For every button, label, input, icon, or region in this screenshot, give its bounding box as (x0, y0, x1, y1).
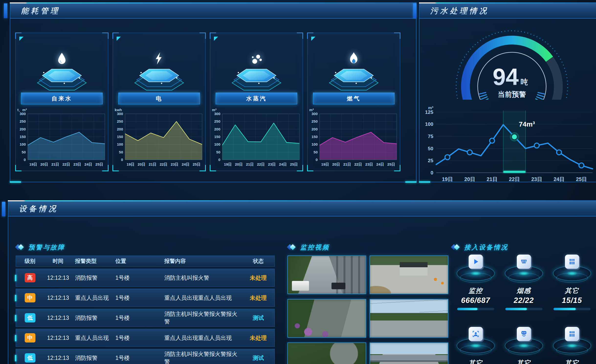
alarm-location: 1号楼 (112, 294, 161, 302)
alarm-time: 12:12:13 (44, 275, 72, 281)
video-thumbnail[interactable] (370, 256, 448, 294)
svg-text:20日: 20日 (138, 162, 145, 166)
booth-shape (400, 262, 428, 276)
device-icon-wrap (551, 327, 593, 358)
alarm-time: 12:12:13 (44, 315, 72, 321)
svg-text:50: 50 (216, 150, 221, 154)
device-label: 其它 (565, 359, 579, 364)
alarm-row[interactable]: 中12:12:13重点人员出现1号楼重点人员出现重点人员出现未处理 (16, 329, 275, 347)
svg-text:0: 0 (121, 158, 123, 162)
video-thumbnail[interactable] (370, 299, 448, 338)
svg-text:74m³: 74m³ (519, 120, 535, 128)
device-stat: 其它15/15 (548, 327, 596, 364)
video-play-icon (471, 257, 480, 266)
device-progress-fill (457, 308, 478, 310)
alarm-status: 测试 (242, 314, 275, 322)
card-label: 电 (118, 93, 200, 104)
car-shape (331, 283, 345, 289)
device-progress-fill (553, 308, 576, 310)
column-header: 位置 (112, 257, 161, 265)
svg-text:100: 100 (425, 121, 433, 127)
device-progress-bar (553, 308, 591, 310)
smoke-sensor-icon (519, 257, 528, 266)
svg-text:250: 250 (311, 119, 318, 123)
alarms-section: 预警与故障 级别时间报警类型位置报警内容状态高12:12:13消防报警1号楼消防… (16, 242, 275, 364)
video-thumbnail[interactable] (370, 343, 448, 364)
device-count: 15/15 (562, 296, 582, 305)
diamond-icon (452, 244, 460, 251)
device-label: 其它 (517, 359, 531, 364)
energy-accent-bar (4, 3, 7, 18)
glow-platform-ring-icon (508, 273, 540, 283)
svg-text:21日: 21日 (246, 162, 254, 166)
device-icon-wrap (503, 327, 545, 358)
corner-dash (10, 181, 21, 183)
sewage-line-chart: 0255075100125m³74m³19日20日21日22日23日24日25日 (421, 106, 595, 187)
svg-text:100: 100 (20, 142, 26, 146)
video-section: 监控视频 (287, 242, 449, 364)
devices-body: 预警与故障 级别时间报警类型位置报警内容状态高12:12:13消防报警1号楼消防… (8, 216, 596, 364)
panel-sewage: 污水处理情况 94吨当前预警 0255075100125m³74m³19日20日… (419, 2, 596, 182)
panel-energy-header: 能耗管理 (10, 3, 416, 19)
level-badge: 中 (25, 293, 35, 302)
device-grid-icon (568, 257, 576, 266)
alarm-table[interactable]: 级别时间报警类型位置报警内容状态高12:12:13消防报警1号楼消防主机叫报火警… (16, 256, 275, 364)
column-header: 报警类型 (72, 257, 112, 265)
device-icon-wrap (455, 327, 497, 358)
column-header: 时间 (44, 257, 72, 265)
svg-text:100: 100 (311, 142, 318, 146)
video-section-header: 监控视频 (287, 242, 449, 253)
svg-text:22日: 22日 (62, 162, 70, 166)
card-corner (102, 165, 109, 171)
svg-text:22日: 22日 (509, 176, 520, 182)
sewage-chart: 0255075100125m³74m³19日20日21日22日23日24日25日 (421, 106, 596, 188)
card-corner (15, 165, 22, 171)
alarm-row[interactable]: 低12:12:13消防报警1号楼消防主机叫报火警报火警报火警测试 (16, 349, 275, 364)
svg-text:20日: 20日 (235, 162, 243, 166)
device-stat: 烟感22/22 (500, 255, 548, 327)
video-title: 监控视频 (300, 243, 330, 252)
svg-text:0: 0 (316, 158, 318, 162)
alarm-row[interactable]: 低12:12:13消防报警1号楼消防主机叫报火警报火警报火警测试 (16, 309, 275, 327)
svg-text:19日: 19日 (29, 162, 37, 166)
alarm-location: 1号楼 (112, 274, 161, 282)
access-section-header: 接入设备情况 (452, 242, 596, 253)
svg-text:m³: m³ (309, 108, 314, 112)
svg-text:100: 100 (117, 142, 123, 146)
glow-platform-ring-icon (508, 345, 540, 355)
device-stat: 其它15/15 (548, 255, 596, 327)
card-corner (394, 165, 400, 171)
device-icon-wrap (455, 255, 497, 286)
svg-text:19日: 19日 (321, 162, 329, 166)
svg-text:t、m³: t、m³ (17, 108, 27, 112)
card-corner (210, 165, 216, 171)
alarm-row[interactable]: 高12:12:13消防报警1号楼消防主机叫报火警未处理 (16, 269, 275, 287)
svg-text:20日: 20日 (40, 162, 48, 166)
svg-text:300: 300 (117, 112, 123, 116)
alarm-status: 未处理 (242, 294, 275, 302)
svg-text:50: 50 (314, 150, 318, 154)
video-thumbnail[interactable] (287, 343, 366, 364)
device-label: 其它 (469, 359, 483, 364)
svg-text:25日: 25日 (576, 176, 587, 182)
svg-text:150: 150 (20, 135, 26, 139)
alarm-row[interactable]: 中12:12:13重点人员出现1号楼重点人员出现重点人员出现未处理 (16, 289, 275, 307)
svg-text:23日: 23日 (171, 162, 178, 166)
face-scan-icon (471, 330, 480, 338)
sewage-gauge: 94吨当前预警 (419, 23, 596, 100)
svg-text:kwh: kwh (115, 108, 122, 112)
video-thumbnail[interactable] (287, 256, 366, 294)
alarm-table-header: 级别时间报警类型位置报警内容状态 (16, 256, 275, 267)
video-thumbnail[interactable] (287, 299, 366, 338)
card-corner (112, 165, 119, 171)
svg-text:150: 150 (117, 135, 123, 139)
card-icon-area (113, 33, 205, 93)
energy-card: 燃气m³05010015020025030019日20日21日22日23日24日… (307, 33, 400, 171)
energy-mini-chart: kwh05010015020025030019日20日21日22日23日24日2… (113, 107, 205, 169)
svg-text:250: 250 (117, 119, 123, 123)
energy-card: 自来水t、m³05010015020025030019日20日21日22日23日… (15, 33, 108, 171)
energy-mini-chart: m³05010015020025030019日20日21日22日23日24日25… (308, 107, 400, 169)
svg-text:21日: 21日 (343, 162, 351, 166)
energy-mini-chart: m³05010015020025030019日20日21日22日23日24日25… (210, 107, 302, 169)
devices-accent-bar (2, 202, 5, 216)
